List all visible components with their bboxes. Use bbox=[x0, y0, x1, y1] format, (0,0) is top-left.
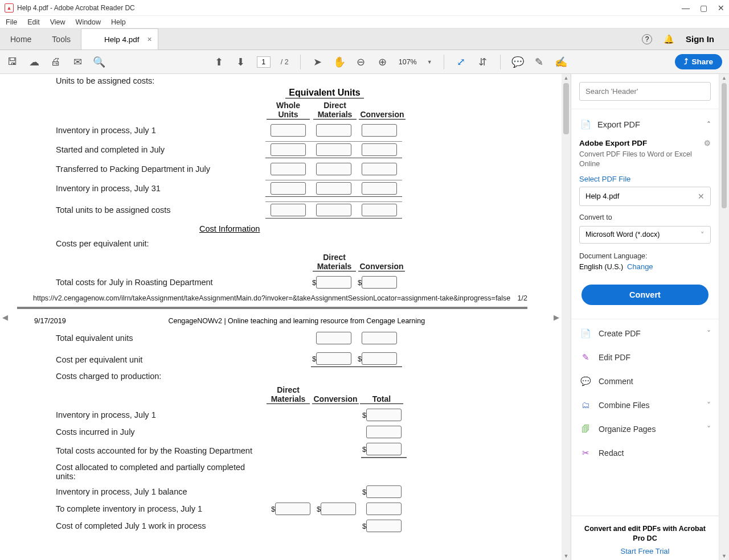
tab-close-icon[interactable]: × bbox=[147, 35, 151, 44]
panel-expand-left[interactable]: ◀ bbox=[0, 306, 10, 328]
tab-home[interactable]: Home bbox=[0, 28, 42, 50]
maximize-button[interactable]: ▢ bbox=[700, 3, 707, 13]
input-field[interactable] bbox=[362, 163, 397, 175]
remove-file-icon[interactable]: ✕ bbox=[698, 192, 705, 201]
menu-file[interactable]: File bbox=[6, 18, 17, 26]
search-icon[interactable]: 🔍 bbox=[93, 56, 105, 68]
tab-tools[interactable]: Tools bbox=[42, 28, 81, 50]
tool-item[interactable]: 🗂Combine Files˅ bbox=[579, 393, 711, 417]
menu-bar: File Edit View Window Help bbox=[0, 16, 729, 28]
input-field[interactable] bbox=[366, 409, 402, 421]
input-field[interactable] bbox=[271, 163, 306, 175]
format-dropdown[interactable]: Microsoft Word (*.docx) ˅ bbox=[579, 226, 711, 244]
h3-conv: Conversion bbox=[312, 394, 359, 404]
zoom-in-icon[interactable]: ⊕ bbox=[377, 56, 388, 68]
input-field[interactable] bbox=[366, 520, 402, 532]
tool-item[interactable]: 🗐Organize Pages˅ bbox=[579, 417, 711, 441]
change-lang-link[interactable]: Change bbox=[627, 262, 653, 271]
toolbar: 🖫 ☁ 🖨 ✉ 🔍 ⬆ ⬇ / 2 ➤ ✋ ⊖ ⊕ 107% ▼ ⤢ ⇵ 💬 ✎… bbox=[0, 50, 729, 74]
input-field[interactable] bbox=[316, 163, 351, 175]
input-field[interactable] bbox=[321, 503, 356, 515]
tools-search-input[interactable] bbox=[579, 82, 711, 101]
col-dm-1: Direct bbox=[323, 101, 346, 110]
input-field[interactable] bbox=[366, 503, 402, 515]
start-trial-link[interactable]: Start Free Trial bbox=[578, 543, 712, 555]
input-field[interactable] bbox=[316, 143, 351, 156]
input-field[interactable] bbox=[362, 124, 397, 137]
input-field[interactable] bbox=[271, 204, 306, 216]
input-field[interactable] bbox=[366, 485, 402, 498]
title-bar: ▲ Help 4.pdf - Adobe Acrobat Reader DC —… bbox=[0, 0, 729, 16]
comment-icon[interactable]: 💬 bbox=[512, 56, 523, 68]
save-icon[interactable]: 🖫 bbox=[7, 56, 18, 68]
menu-window[interactable]: Window bbox=[76, 18, 101, 26]
page-down-icon[interactable]: ⬇ bbox=[235, 56, 247, 68]
tool-item[interactable]: 💬Comment bbox=[579, 369, 711, 393]
scroll-mode-icon[interactable]: ⇵ bbox=[477, 56, 489, 68]
p2-row: Total equivalent units bbox=[56, 333, 311, 343]
input-field[interactable] bbox=[271, 182, 306, 195]
table-row-label: Transferred to Packing Department in Jul… bbox=[56, 164, 261, 174]
selected-file[interactable]: Help 4.pdf ✕ bbox=[579, 187, 711, 206]
input-field[interactable] bbox=[316, 276, 351, 289]
print-icon[interactable]: 🖨 bbox=[50, 56, 62, 68]
input-field[interactable] bbox=[271, 143, 306, 156]
input-field[interactable] bbox=[316, 182, 351, 195]
share-icon: ⤴ bbox=[684, 57, 688, 66]
table-row-label: Total costs accounted for by the Roastin… bbox=[56, 446, 265, 455]
input-field[interactable] bbox=[271, 124, 306, 137]
selected-file-name: Help 4.pdf bbox=[585, 192, 619, 200]
fit-width-icon[interactable]: ⤢ bbox=[456, 56, 467, 68]
menu-help[interactable]: Help bbox=[111, 18, 126, 26]
hand-icon[interactable]: ✋ bbox=[334, 56, 345, 68]
highlight-icon[interactable]: ✎ bbox=[534, 56, 545, 68]
doc-scrollbar[interactable]: ▲ ▼ bbox=[562, 74, 571, 560]
tab-file[interactable]: Help 4.pdf × bbox=[81, 28, 158, 50]
input-field[interactable] bbox=[362, 204, 397, 216]
input-field[interactable] bbox=[316, 352, 351, 365]
zoom-dropdown-icon[interactable]: ▼ bbox=[427, 59, 432, 65]
menu-view[interactable]: View bbox=[50, 18, 65, 26]
panel-scrollbar[interactable]: ▲ ▼ bbox=[719, 74, 729, 560]
select-pdf-link[interactable]: Select PDF File bbox=[579, 175, 711, 183]
input-field[interactable] bbox=[316, 204, 351, 216]
gear-icon[interactable]: ⚙ bbox=[704, 139, 711, 147]
cursor-icon[interactable]: ➤ bbox=[312, 56, 323, 68]
col-dm-2: Materials bbox=[313, 110, 357, 120]
table-row-label: Cost of completed July 1 work in process bbox=[56, 521, 265, 530]
cloud-icon[interactable]: ☁ bbox=[28, 56, 40, 68]
zoom-level[interactable]: 107% bbox=[399, 58, 417, 66]
input-field[interactable] bbox=[362, 332, 397, 344]
chevron-down-icon: ˅ bbox=[701, 230, 705, 239]
bell-icon[interactable]: 🔔 bbox=[664, 34, 674, 44]
tool-item[interactable]: ✎Edit PDF bbox=[579, 345, 711, 369]
input-field[interactable] bbox=[275, 503, 310, 515]
convert-button[interactable]: Convert bbox=[581, 285, 708, 305]
mail-icon[interactable]: ✉ bbox=[72, 56, 83, 68]
input-field[interactable] bbox=[316, 124, 351, 137]
input-field[interactable] bbox=[366, 426, 402, 438]
page-number-input[interactable] bbox=[257, 56, 271, 68]
panel-expand-right[interactable]: ▶ bbox=[551, 306, 562, 328]
p2-row: Cost per equivalent unit bbox=[56, 355, 311, 364]
input-field[interactable] bbox=[362, 276, 397, 289]
page2-header: CengageNOWv2 | Online teaching and learn… bbox=[168, 317, 425, 325]
share-button[interactable]: ⤴ Share bbox=[675, 54, 722, 69]
input-field[interactable] bbox=[362, 143, 397, 156]
tool-item[interactable]: ✂Redact bbox=[579, 441, 711, 465]
zoom-out-icon[interactable]: ⊖ bbox=[355, 56, 367, 68]
help-icon[interactable]: ? bbox=[642, 34, 652, 44]
minimize-button[interactable]: — bbox=[682, 3, 690, 13]
sign-in-link[interactable]: Sign In bbox=[686, 34, 714, 44]
export-pdf-section[interactable]: 📄 Export PDF ˄ bbox=[579, 115, 711, 134]
input-field[interactable] bbox=[316, 332, 351, 344]
menu-edit[interactable]: Edit bbox=[27, 18, 40, 26]
separator bbox=[500, 55, 501, 69]
page-up-icon[interactable]: ⬆ bbox=[214, 56, 225, 68]
input-field[interactable] bbox=[362, 182, 397, 195]
input-field[interactable] bbox=[366, 443, 402, 455]
tool-item[interactable]: 📄Create PDF˅ bbox=[579, 322, 711, 345]
input-field[interactable] bbox=[362, 352, 397, 365]
close-button[interactable]: ✕ bbox=[718, 3, 724, 13]
sign-icon[interactable]: ✍ bbox=[555, 56, 567, 68]
